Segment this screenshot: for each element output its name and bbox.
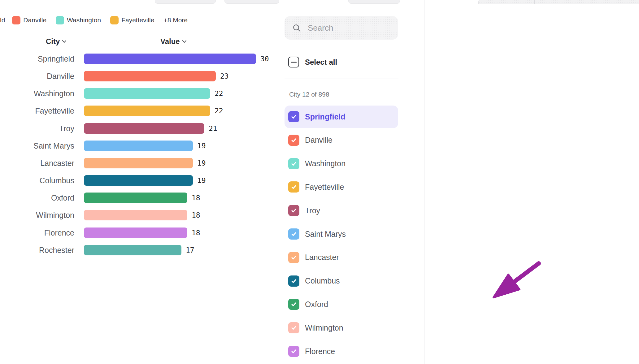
select-all-checkbox[interactable] <box>288 57 299 67</box>
chart-row: Columbus19 <box>0 172 278 189</box>
bar-value-label: 21 <box>209 124 217 132</box>
chart-row: Lancaster19 <box>0 154 278 172</box>
chevron-down-icon <box>182 40 187 43</box>
check-icon <box>290 324 297 331</box>
check-icon <box>290 207 297 214</box>
city-label: Washington <box>305 159 346 168</box>
check-icon <box>290 160 297 167</box>
bar-value-label: 19 <box>197 159 206 167</box>
chart-row: Fayetteville22 <box>0 102 278 119</box>
chart-row: Troy21 <box>0 120 278 137</box>
city-list-item[interactable]: Oxford <box>285 293 398 316</box>
bar-value-label: 17 <box>186 246 194 254</box>
check-icon <box>290 137 297 144</box>
bar[interactable] <box>84 88 210 99</box>
bar[interactable] <box>84 158 193 168</box>
bar[interactable] <box>84 123 204 134</box>
city-label: Wilmington <box>305 323 343 332</box>
bar[interactable] <box>84 245 181 255</box>
indeterminate-icon <box>291 62 297 63</box>
bar[interactable] <box>84 71 216 81</box>
city-list-item[interactable]: Washington <box>285 152 398 175</box>
bar[interactable] <box>84 193 187 203</box>
city-list-item[interactable]: Florence <box>285 340 398 363</box>
chart-row: Florence18 <box>0 224 278 241</box>
legend-label: Danville <box>23 16 46 24</box>
city-checkbox[interactable] <box>288 205 299 216</box>
chart-row: Rochester17 <box>0 241 278 259</box>
city-label: Danville <box>305 136 333 145</box>
bar-value-label: 22 <box>215 89 223 98</box>
city-checkbox[interactable] <box>288 322 299 333</box>
city-checkbox[interactable] <box>288 111 299 122</box>
bar-category-label: Saint Marys <box>0 141 74 150</box>
chart-panel: ld DanvilleWashingtonFayetteville +8 Mor… <box>0 0 278 364</box>
bar[interactable] <box>84 106 210 116</box>
list-count-label: City 12 of 898 <box>289 91 329 98</box>
city-label: Saint Marys <box>305 230 346 239</box>
bar[interactable] <box>84 141 193 151</box>
chart-row: Oxford18 <box>0 189 278 206</box>
chart-legend: ld DanvilleWashingtonFayetteville +8 Mor… <box>0 15 272 25</box>
city-checkbox[interactable] <box>288 346 299 357</box>
legend-label: Fayetteville <box>121 16 154 24</box>
chart-row: Danville23 <box>0 67 278 85</box>
bar-value-label: 30 <box>260 55 269 63</box>
search-icon <box>293 24 301 32</box>
legend-swatch <box>56 16 64 24</box>
legend-item[interactable]: Fayetteville <box>110 16 154 24</box>
bar-category-label: Wilmington <box>0 211 74 220</box>
bar[interactable] <box>84 228 187 238</box>
search-input[interactable] <box>307 23 389 33</box>
city-list-item[interactable]: Lancaster <box>285 246 398 269</box>
column-header-value[interactable]: Value <box>160 37 187 46</box>
city-label: Lancaster <box>305 253 339 262</box>
query-builder-panel: Metrics A Uniques of Sign Up Completed S… <box>424 0 639 364</box>
city-checkbox[interactable] <box>288 228 299 240</box>
city-list-item[interactable]: Columbus <box>285 270 398 292</box>
list-divider <box>285 79 398 79</box>
legend-more-label[interactable]: +8 More <box>163 16 188 24</box>
chart-row: Saint Marys19 <box>0 137 278 154</box>
legend-item[interactable]: Washington <box>56 16 101 24</box>
check-icon <box>290 254 297 261</box>
city-list-item[interactable]: Danville <box>285 129 398 151</box>
select-all-row[interactable]: Select all <box>288 57 337 67</box>
city-checkbox[interactable] <box>288 158 299 169</box>
search-box[interactable] <box>285 16 398 40</box>
check-icon <box>290 348 297 355</box>
city-list-item[interactable]: Saint Marys <box>285 223 398 245</box>
check-icon <box>290 113 297 120</box>
bar-category-label: Florence <box>0 228 74 237</box>
bar-value-label: 18 <box>192 211 200 219</box>
chevron-down-icon <box>62 40 67 43</box>
bar-value-label: 18 <box>192 194 200 202</box>
city-checkbox[interactable] <box>288 299 299 310</box>
legend-swatch <box>110 16 119 24</box>
city-checkbox[interactable] <box>288 275 299 287</box>
city-label: Oxford <box>305 300 328 309</box>
city-list-item[interactable]: Fayetteville <box>285 176 398 198</box>
city-list-panel: Select all City 12 of 898 SpringfieldDan… <box>278 0 424 364</box>
check-icon <box>290 278 297 284</box>
bar-category-label: Danville <box>0 72 74 81</box>
bar-value-label: 22 <box>215 107 223 115</box>
city-list-item[interactable]: Springfield <box>285 106 398 128</box>
bar-value-label: 23 <box>220 72 229 80</box>
legend-item-clipped[interactable]: ld <box>0 16 5 24</box>
city-checkbox[interactable] <box>288 252 299 263</box>
bar[interactable] <box>84 175 193 186</box>
city-checkbox[interactable] <box>288 135 299 146</box>
column-header-city[interactable]: City <box>46 37 67 46</box>
chart-row: Wilmington18 <box>0 206 278 224</box>
bar[interactable] <box>84 210 187 220</box>
city-list-item[interactable]: Wilmington <box>285 317 398 339</box>
chart-row: Springfield30 <box>0 50 278 67</box>
bar[interactable] <box>84 54 256 64</box>
bar-category-label: Columbus <box>0 176 74 185</box>
city-list-item[interactable]: Troy <box>285 199 398 222</box>
bar-category-label: Fayetteville <box>0 106 74 115</box>
check-icon <box>290 231 297 237</box>
city-checkbox[interactable] <box>288 181 299 193</box>
legend-item[interactable]: Danville <box>12 16 46 24</box>
